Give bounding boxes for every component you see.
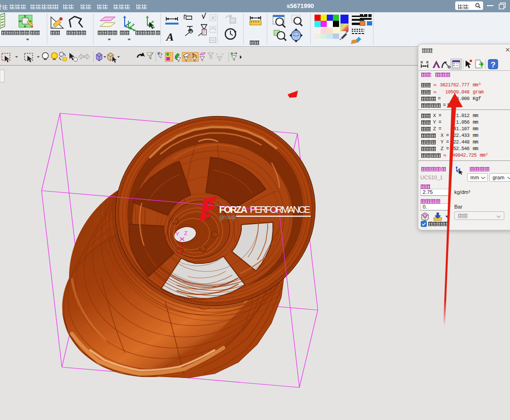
svg-text:PERFORMANCE: PERFORMANCE bbox=[250, 204, 310, 215]
svg-text:Z: Z bbox=[184, 230, 187, 236]
svg-text:?: ? bbox=[491, 60, 495, 69]
svg-text:Y: Y bbox=[176, 231, 179, 237]
svg-text:A: A bbox=[165, 31, 174, 43]
svg-text:mFHJ: mFHJ bbox=[177, 250, 188, 255]
svg-text:group: group bbox=[220, 213, 236, 220]
